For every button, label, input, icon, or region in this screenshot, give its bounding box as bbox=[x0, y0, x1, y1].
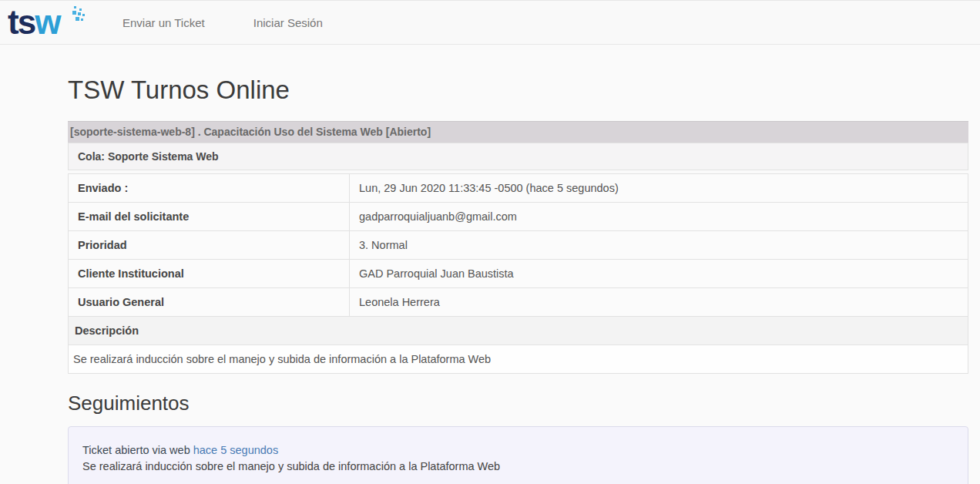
main-content: TSW Turnos Online [soporte-sistema-web-8… bbox=[68, 76, 968, 484]
logo-text-w: w bbox=[35, 3, 59, 41]
table-row: Descripción bbox=[69, 317, 968, 345]
field-value-prioridad: 3. Normal bbox=[350, 231, 968, 260]
ticket-fields-table: Enviado : Lun, 29 Jun 2020 11:33:45 -050… bbox=[68, 173, 968, 374]
followup-entry: Ticket abierto via web hace 5 segundos S… bbox=[68, 426, 968, 484]
description-text: Se realizará inducción sobre el manejo y… bbox=[69, 345, 968, 374]
field-label-usuario: Usuario General bbox=[69, 288, 350, 317]
nav-item-enviar-ticket[interactable]: Enviar un Ticket bbox=[111, 8, 216, 37]
field-value-enviado: Lun, 29 Jun 2020 11:33:45 -0500 (hace 5 … bbox=[350, 174, 968, 203]
field-label-enviado: Enviado : bbox=[69, 174, 350, 203]
table-row: Prioridad 3. Normal bbox=[69, 231, 968, 260]
field-label-prioridad: Prioridad bbox=[69, 231, 350, 260]
table-row: Cliente Institucional GAD Parroquial Jua… bbox=[69, 260, 968, 288]
table-row: Enviado : Lun, 29 Jun 2020 11:33:45 -050… bbox=[69, 174, 968, 203]
tsw-logo[interactable]: tsw bbox=[8, 1, 88, 44]
field-value-email: gadparroquialjuanb@gmail.com bbox=[350, 203, 968, 231]
followup-event-text: Ticket abierto via web bbox=[82, 444, 190, 456]
field-label-email: E-mail del solicitante bbox=[69, 203, 350, 231]
ticket-queue: Cola: Soporte Sistema Web bbox=[68, 143, 968, 170]
logo-text-ts: ts bbox=[8, 3, 35, 41]
page-title: TSW Turnos Online bbox=[68, 76, 968, 105]
followup-time-link[interactable]: hace 5 segundos bbox=[193, 444, 278, 456]
description-header: Descripción bbox=[69, 317, 968, 345]
table-row: Usuario General Leonela Herrera bbox=[69, 288, 968, 317]
table-row: Se realizará inducción sobre el manejo y… bbox=[69, 345, 968, 374]
ticket-subject-header: [soporte-sistema-web-8] . Capacitación U… bbox=[68, 121, 968, 143]
followup-body-text: Se realizará inducción sobre el manejo y… bbox=[82, 459, 954, 475]
field-label-cliente: Cliente Institucional bbox=[69, 260, 350, 288]
followups-heading: Seguimientos bbox=[68, 392, 968, 415]
field-value-usuario: Leonela Herrera bbox=[350, 288, 968, 317]
top-navbar: tsw Enviar un Ticket Iniciar Sesión bbox=[0, 0, 980, 45]
table-row: E-mail del solicitante gadparroquialjuan… bbox=[69, 203, 968, 231]
navbar-menu: Enviar un Ticket Iniciar Sesión bbox=[111, 8, 334, 37]
followup-event-line: Ticket abierto via web hace 5 segundos bbox=[82, 442, 954, 459]
nav-item-iniciar-sesion[interactable]: Iniciar Sesión bbox=[242, 8, 334, 37]
field-value-cliente: GAD Parroquial Juan Baustista bbox=[350, 260, 968, 288]
